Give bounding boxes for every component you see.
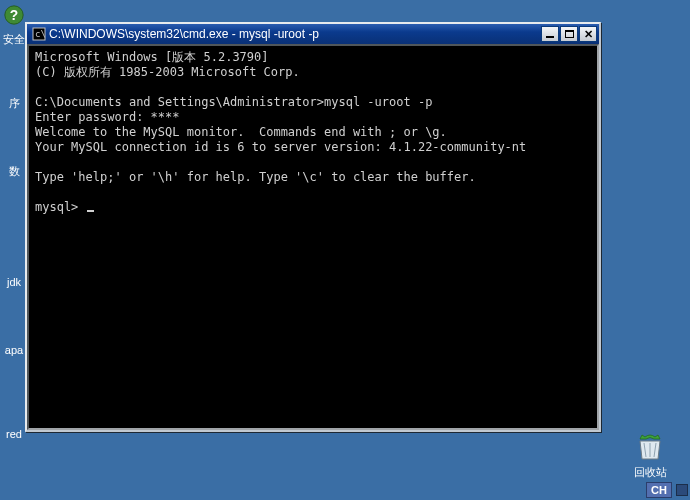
ime-indicator[interactable]: CH <box>646 482 672 498</box>
terminal-output[interactable]: Microsoft Windows [版本 5.2.3790] (C) 版权所有… <box>27 44 599 430</box>
cmd-icon: c\ <box>32 27 46 41</box>
cmd-window: c\ C:\WINDOWS\system32\cmd.exe - mysql -… <box>25 22 601 432</box>
svg-text:c\: c\ <box>35 29 46 39</box>
term-line: Welcome to the MySQL monitor. Commands e… <box>35 125 447 139</box>
term-line: (C) 版权所有 1985-2003 Microsoft Corp. <box>35 65 300 79</box>
close-button[interactable]: ✕ <box>579 26 597 42</box>
desktop-help-icon[interactable]: ? <box>0 4 28 26</box>
term-line: Enter password: **** <box>35 110 180 124</box>
desktop-icon-label: red <box>6 428 22 440</box>
window-titlebar[interactable]: c\ C:\WINDOWS\system32\cmd.exe - mysql -… <box>27 24 599 44</box>
term-line: Type 'help;' or '\h' for help. Type '\c'… <box>35 170 476 184</box>
term-line: Your MySQL connection id is 6 to server … <box>35 140 526 154</box>
desktop-icon-label: 序 <box>9 97 20 109</box>
maximize-button[interactable] <box>560 26 578 42</box>
desktop-icon-apa[interactable]: apa <box>0 344 28 356</box>
desktop-icon-label: apa <box>5 344 23 356</box>
tray-icon[interactable] <box>676 484 688 496</box>
desktop-icon-num[interactable]: 数 <box>0 164 28 179</box>
desktop-icon-red[interactable]: red <box>0 428 28 440</box>
minimize-button[interactable] <box>541 26 559 42</box>
desktop-icon-label: 安全 <box>3 33 25 45</box>
taskbar: CH <box>646 480 690 500</box>
svg-text:?: ? <box>10 8 18 23</box>
term-line: C:\Documents and Settings\Administrator>… <box>35 95 432 109</box>
desktop-icon-label: jdk <box>7 276 21 288</box>
recycle-bin-label: 回收站 <box>620 465 680 480</box>
recycle-bin[interactable]: 回收站 <box>620 431 680 480</box>
term-line: Microsoft Windows [版本 5.2.3790] <box>35 50 269 64</box>
desktop-icon-label: 数 <box>9 165 20 177</box>
term-prompt: mysql> <box>35 200 86 214</box>
desktop-icon-jdk[interactable]: jdk <box>0 276 28 288</box>
desktop-icon-security[interactable]: 安全 <box>0 32 28 47</box>
cursor <box>87 210 94 212</box>
desktop-icon-order[interactable]: 序 <box>0 96 28 111</box>
window-title: C:\WINDOWS\system32\cmd.exe - mysql -uro… <box>49 27 540 41</box>
window-buttons: ✕ <box>540 26 597 42</box>
